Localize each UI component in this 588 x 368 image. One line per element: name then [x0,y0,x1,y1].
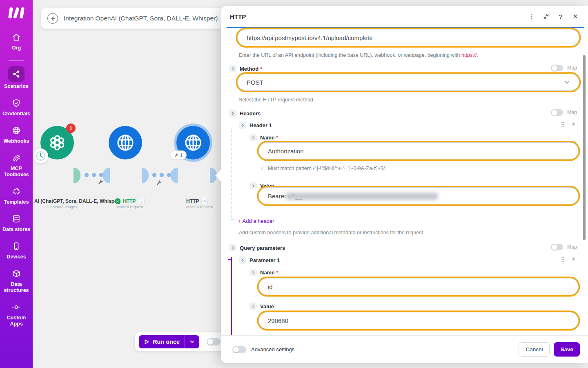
module-label-http3: ✓ HTTP 3 [115,198,145,204]
url-help: Enter the URL of an API endpoint (includ… [239,52,478,58]
url-input[interactable]: https://api.postmypost.io/v4.1/upload/co… [237,29,579,46]
scenario-name[interactable]: Integration OpenAI (ChatGPT, Sora, DALL-… [64,15,218,22]
sidebar-item-credentials[interactable]: Credentials [0,97,32,117]
scenario-header-bar: Integration OpenAI (ChatGPT, Sora, DALL-… [41,8,225,29]
sidebar-item-mcp-toolboxes[interactable]: MCP Toolboxes [0,152,32,178]
kebab-menu-icon[interactable]: ⋮ [528,13,535,20]
expand-chevron-icon[interactable] [229,244,236,251]
expand-chevron-icon[interactable] [249,269,257,276]
make-logo[interactable] [7,6,26,20]
module-openai[interactable]: 1 [40,126,74,159]
header-value-input[interactable]: Bearer aB__ [258,187,579,204]
method-select[interactable]: POST [237,74,579,91]
sidebar-item-data-stores[interactable]: Data stores [0,213,32,233]
operations-badge: 1 [170,150,187,159]
expand-chevron-icon[interactable] [249,134,257,141]
expand-chevron-icon[interactable] [239,121,246,129]
cancel-button[interactable]: Cancel [519,342,550,357]
wrench-icon[interactable] [156,180,162,186]
layers-icon [9,152,24,164]
sidebar-item-data-structures[interactable]: Data structures [0,267,32,294]
sidebar-item-devices[interactable]: Devices [0,240,32,260]
header1-row: Header 1 [239,121,272,129]
tree-line [231,128,232,219]
panel-title: HTTP [230,13,246,20]
expand-chevron-icon[interactable] [229,65,236,72]
add-header-link[interactable]: + Add a header [238,218,274,224]
run-once-button[interactable]: Run once [139,335,199,348]
drag-handle-icon[interactable] [561,256,565,262]
query-map-control: Map [551,244,577,250]
sidebar-item-custom-apps[interactable]: Custom Apps [0,301,32,327]
database-icon [9,213,24,225]
sidebar-item-webhooks[interactable]: Webhooks [0,124,32,144]
module-label-http4: HTTP 4 [186,198,208,204]
sidebar-divider [9,60,24,61]
redacted-token [286,193,438,200]
sidebar-item-scenarios[interactable]: Scenarios [0,66,32,90]
puzzle-icon [9,185,24,197]
tree-line [231,219,236,220]
expand-chevron-icon[interactable] [249,303,257,310]
http-settings-panel: HTTP ⋮ ? ✕ https://api.postmypost.io/v4.… [221,6,588,363]
param-name-input[interactable]: id [258,278,579,295]
openai-logo-icon [47,132,67,153]
connector-in [103,168,110,183]
sidebar-item-org[interactable]: Org [0,31,32,51]
method-help: Select the HTTP request method. [239,97,314,103]
remove-header-icon[interactable]: ✕ [571,121,576,127]
back-button[interactable] [47,13,58,24]
connector-in [171,168,178,183]
success-check-icon: ✓ [115,198,120,204]
focus-indicator-line [227,27,584,28]
param-value-input[interactable]: 290680 [258,312,579,329]
node-icon [9,301,24,313]
pattern-note: ✓ Must match pattern /^[-!#$%&'*+.^_`|~0… [260,165,386,171]
shield-check-icon [9,97,24,109]
sidebar: Org Scenarios Credentials Webhooks MCP T… [0,0,33,368]
map-toggle[interactable] [551,109,563,116]
map-toggle[interactable] [551,244,563,250]
header-name-input[interactable]: Authorization [258,142,579,159]
connection-dots [152,173,171,177]
play-icon [144,339,149,345]
header1-controls: ✕ [561,121,576,127]
advanced-settings-label: Advanced settings [251,346,294,352]
query-params-row: Query parameters [229,244,285,252]
collapse-icon[interactable] [542,13,550,20]
map-toggle[interactable] [551,65,563,71]
header-name-row: Name * [249,133,278,141]
expand-chevron-icon[interactable] [249,182,257,189]
collapse-minus-icon[interactable] [228,259,232,260]
advanced-settings-toggle[interactable] [232,346,246,353]
panel-scrollbar[interactable] [583,55,586,240]
sidebar-item-templates[interactable]: Templates [0,185,32,205]
module-number-badge: 3 [138,198,145,204]
chevron-down-icon [564,79,570,85]
method-row: Method * [229,65,262,73]
phone-icon [9,240,24,252]
error-count-badge[interactable]: 1 [66,123,76,133]
drag-handle-icon[interactable] [561,121,565,127]
connector-out [142,168,149,183]
panel-header: HTTP ⋮ ? ✕ [221,6,588,27]
module-number-badge: 4 [201,198,208,204]
run-options-chevron[interactable] [185,339,199,344]
schedule-clock-icon[interactable] [33,148,48,164]
expand-chevron-icon[interactable] [229,110,236,117]
remove-parameter-icon[interactable]: ✕ [571,256,576,262]
module-sub-http4: Make a request [186,204,213,209]
share-nodes-icon [8,66,24,82]
save-button[interactable]: Save [554,342,580,357]
expand-chevron-icon[interactable] [239,256,246,264]
param-value-row: Value [249,302,274,310]
module-sub-openai: Generate images [47,204,77,209]
headers-help: Add custom headers to provide additional… [239,230,424,236]
connection-dots [85,173,103,177]
close-icon[interactable]: ✕ [572,13,579,20]
scheduling-toggle[interactable] [207,338,220,346]
module-http-3[interactable] [109,126,142,159]
help-icon[interactable]: ? [557,13,564,20]
headers-map-control: Map [551,109,577,116]
wrench-icon[interactable] [98,179,104,185]
